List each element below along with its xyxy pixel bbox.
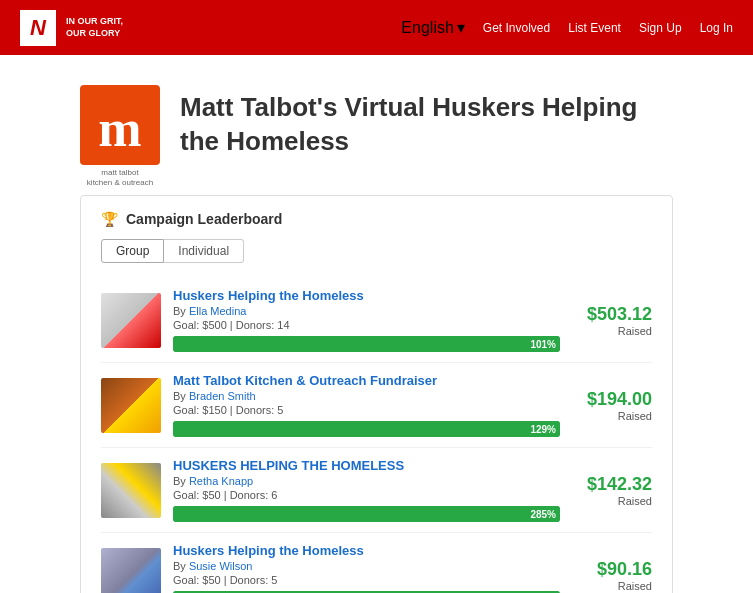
campaign-item: Huskers Helping the Homeless By Susie Wi… (101, 533, 652, 593)
log-in-link[interactable]: Log In (700, 21, 733, 35)
tab-group[interactable]: Group (101, 239, 164, 263)
item-thumbnail-2 (101, 463, 161, 518)
progress-bar-fill-1: 129% (173, 421, 560, 437)
item-details-1: Matt Talbot Kitchen & Outreach Fundraise… (173, 373, 560, 437)
logo-sub-line2: kitchen & outreach (80, 178, 160, 188)
campaign-item: HUSKERS HELPING THE HOMELESS By Retha Kn… (101, 448, 652, 533)
progress-bar-bg-0: 101% (173, 336, 560, 352)
campaign-list: Huskers Helping the Homeless By Ella Med… (101, 278, 652, 593)
raised-amount-1: $194.00 (572, 389, 652, 410)
leaderboard-header: 🏆 Campaign Leaderboard (101, 211, 652, 227)
raised-amount-3: $90.16 (572, 559, 652, 580)
progress-bar-bg-2: 285% (173, 506, 560, 522)
item-by-1: By Braden Smith (173, 390, 560, 402)
raised-amount-2: $142.32 (572, 474, 652, 495)
campaign-item: Huskers Helping the Homeless By Ella Med… (101, 278, 652, 363)
logo-sub-line1: matt talbot (80, 168, 160, 178)
progress-label-1: 129% (530, 424, 556, 435)
header-logo-area: N IN OUR GRIT, OUR GLORY (20, 10, 123, 46)
campaign-header: m matt talbot kitchen & outreach Matt Ta… (80, 85, 673, 165)
campaign-logo-subtitle: matt talbot kitchen & outreach (80, 168, 160, 187)
item-goal-0: Goal: $500 | Donors: 14 (173, 319, 560, 331)
item-thumbnail-3 (101, 548, 161, 594)
campaign-item: Matt Talbot Kitchen & Outreach Fundraise… (101, 363, 652, 448)
logo-letter: N (30, 15, 46, 41)
raised-amount-0: $503.12 (572, 304, 652, 325)
leaderboard-title: Campaign Leaderboard (126, 211, 282, 227)
item-raised-0: $503.12 Raised (572, 304, 652, 337)
language-label: English (401, 19, 453, 37)
progress-bar-bg-1: 129% (173, 421, 560, 437)
n-logo[interactable]: N (20, 10, 56, 46)
progress-bar-fill-0: 101% (173, 336, 560, 352)
chevron-down-icon: ▾ (457, 18, 465, 37)
item-by-2: By Retha Knapp (173, 475, 560, 487)
leaderboard-tabs: Group Individual (101, 239, 652, 263)
sign-up-link[interactable]: Sign Up (639, 21, 682, 35)
item-thumbnail-1 (101, 378, 161, 433)
get-involved-link[interactable]: Get Involved (483, 21, 550, 35)
tagline-line2: OUR GLORY (66, 28, 123, 40)
item-raised-1: $194.00 Raised (572, 389, 652, 422)
progress-label-2: 285% (530, 509, 556, 520)
item-name-0[interactable]: Huskers Helping the Homeless (173, 288, 560, 303)
page-content: m matt talbot kitchen & outreach Matt Ta… (0, 55, 753, 593)
item-raised-2: $142.32 Raised (572, 474, 652, 507)
trophy-icon: 🏆 (101, 211, 118, 227)
item-person-link-3[interactable]: Susie Wilson (189, 560, 253, 572)
header-tagline: IN OUR GRIT, OUR GLORY (66, 16, 123, 39)
item-by-3: By Susie Wilson (173, 560, 560, 572)
item-goal-1: Goal: $150 | Donors: 5 (173, 404, 560, 416)
progress-label-0: 101% (530, 339, 556, 350)
item-person-link-0[interactable]: Ella Medina (189, 305, 246, 317)
item-name-1[interactable]: Matt Talbot Kitchen & Outreach Fundraise… (173, 373, 560, 388)
raised-label-3: Raised (572, 580, 652, 592)
item-details-2: HUSKERS HELPING THE HOMELESS By Retha Kn… (173, 458, 560, 522)
item-name-2[interactable]: HUSKERS HELPING THE HOMELESS (173, 458, 560, 473)
campaign-logo-area: m matt talbot kitchen & outreach (80, 85, 160, 165)
tab-individual[interactable]: Individual (164, 239, 244, 263)
tagline-line1: IN OUR GRIT, (66, 16, 123, 28)
item-by-0: By Ella Medina (173, 305, 560, 317)
item-person-link-1[interactable]: Braden Smith (189, 390, 256, 402)
item-raised-3: $90.16 Raised (572, 559, 652, 592)
item-details-3: Huskers Helping the Homeless By Susie Wi… (173, 543, 560, 593)
campaign-title: Matt Talbot's Virtual Huskers Helping th… (180, 91, 673, 159)
item-name-3[interactable]: Huskers Helping the Homeless (173, 543, 560, 558)
campaign-logo-image: m (80, 85, 160, 165)
list-event-link[interactable]: List Event (568, 21, 621, 35)
item-goal-2: Goal: $50 | Donors: 6 (173, 489, 560, 501)
language-selector[interactable]: English ▾ (401, 18, 464, 37)
item-person-link-2[interactable]: Retha Knapp (189, 475, 253, 487)
item-details-0: Huskers Helping the Homeless By Ella Med… (173, 288, 560, 352)
raised-label-1: Raised (572, 410, 652, 422)
item-goal-3: Goal: $50 | Donors: 5 (173, 574, 560, 586)
leaderboard-container: 🏆 Campaign Leaderboard Group Individual … (80, 195, 673, 593)
raised-label-0: Raised (572, 325, 652, 337)
logo-m-letter: m (98, 103, 141, 155)
site-header: N IN OUR GRIT, OUR GLORY English ▾ Get I… (0, 0, 753, 55)
header-nav: English ▾ Get Involved List Event Sign U… (401, 18, 733, 37)
raised-label-2: Raised (572, 495, 652, 507)
item-thumbnail-0 (101, 293, 161, 348)
progress-bar-fill-2: 285% (173, 506, 560, 522)
